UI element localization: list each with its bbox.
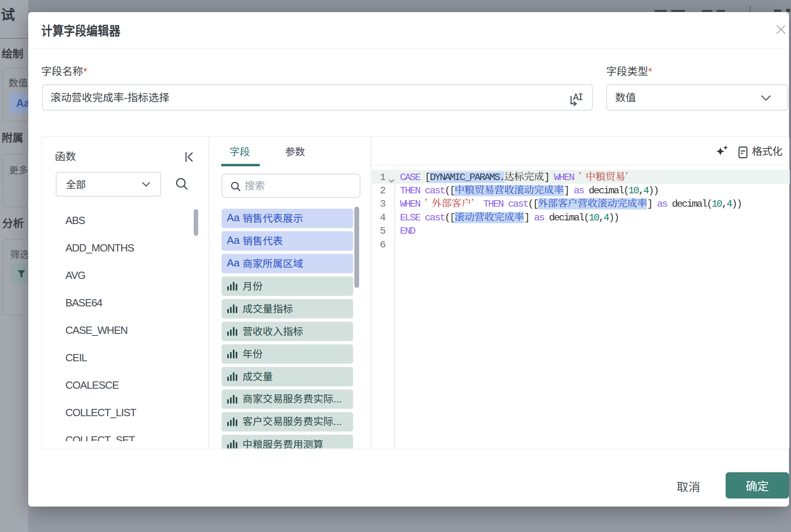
svg-text:AI: AI <box>573 92 583 103</box>
